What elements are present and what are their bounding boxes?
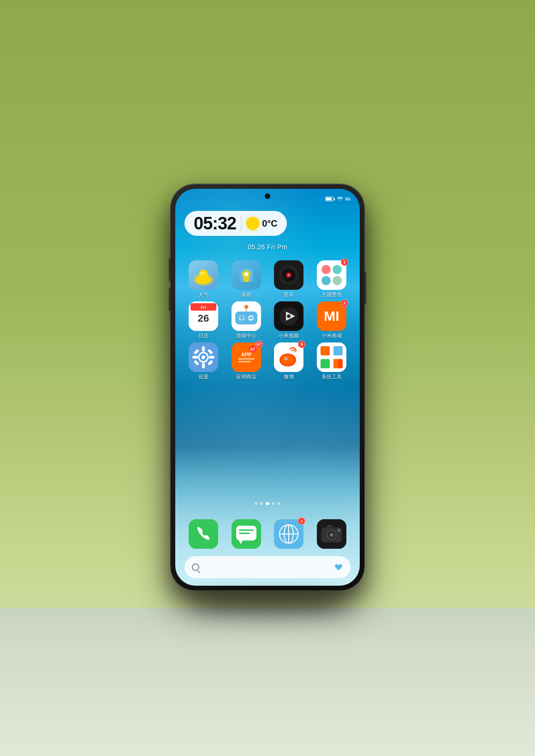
svg-point-2 bbox=[197, 277, 206, 282]
svg-rect-25 bbox=[239, 317, 244, 318]
weather-app-label: 天气 bbox=[198, 292, 208, 298]
weather-sun-icon bbox=[246, 217, 259, 230]
dock-item-browser[interactable]: 1 bbox=[273, 519, 305, 549]
mi-store-app-label: 小米商城 bbox=[321, 333, 342, 339]
dock-item-phone[interactable] bbox=[187, 519, 220, 549]
svg-rect-40 bbox=[202, 363, 205, 368]
phone-body: 2G 05:32 0°C 05.26 Fri Pm bbox=[171, 184, 364, 590]
app-item-settings[interactable]: 设置 bbox=[185, 342, 222, 380]
calendar-app-icon: Fri 26 bbox=[189, 301, 218, 331]
tools-app-label: 系统工具 bbox=[321, 374, 342, 380]
power-button[interactable] bbox=[364, 272, 366, 304]
game-center-app-label: 游戏中心 bbox=[236, 333, 256, 339]
clock-weather: 0°C bbox=[246, 217, 278, 230]
app-item-weibo[interactable]: 9 微博 bbox=[270, 342, 307, 380]
weibo-badge: 9 bbox=[298, 341, 305, 348]
phone-screen: 2G 05:32 0°C 05.26 Fri Pm bbox=[175, 189, 360, 586]
phone-dock-icon bbox=[189, 519, 218, 549]
app-item-maps[interactable]: 坂前 bbox=[228, 260, 265, 298]
svg-text:APP: APP bbox=[241, 352, 251, 357]
app-item-app-store[interactable]: APP 67 67 应用商店 bbox=[228, 342, 265, 380]
svg-rect-39 bbox=[202, 346, 205, 352]
messages-dock-icon bbox=[232, 519, 261, 549]
calendar-app-label: 日历 bbox=[198, 333, 208, 339]
svg-text:+: + bbox=[245, 306, 247, 309]
camera-dock-icon bbox=[317, 519, 346, 549]
svg-rect-67 bbox=[239, 529, 254, 531]
svg-rect-49 bbox=[238, 358, 255, 360]
wifi-icon bbox=[337, 196, 343, 202]
tools-app-icon bbox=[317, 342, 346, 372]
dock: 1 bbox=[182, 519, 353, 549]
svg-rect-26 bbox=[249, 317, 253, 319]
app-item-video[interactable]: 小米视频 bbox=[270, 301, 307, 339]
svg-rect-60 bbox=[333, 346, 343, 355]
phone-shadow bbox=[190, 595, 345, 613]
weibo-app-label: 微博 bbox=[284, 374, 294, 380]
svg-point-15 bbox=[333, 276, 342, 285]
svg-text:67: 67 bbox=[250, 347, 255, 352]
svg-point-57 bbox=[285, 358, 287, 360]
app-item-mi-store[interactable]: MI 2 小米商城 bbox=[313, 301, 350, 339]
heart-icon bbox=[334, 563, 343, 572]
svg-point-82 bbox=[338, 529, 340, 532]
themes-badge: 1 bbox=[341, 258, 348, 266]
app-item-music[interactable]: 音乐 bbox=[270, 260, 307, 298]
svg-point-14 bbox=[321, 276, 331, 285]
page-dot-4 bbox=[272, 502, 275, 505]
svg-point-80 bbox=[331, 534, 333, 536]
app-store-app-label: 应用商店 bbox=[236, 374, 256, 380]
search-bar[interactable] bbox=[184, 556, 351, 578]
weather-app-icon: 0° bbox=[189, 260, 218, 290]
svg-rect-61 bbox=[321, 359, 330, 368]
status-bar: 2G bbox=[175, 189, 360, 205]
game-center-app-icon: + bbox=[232, 301, 261, 331]
dock-item-camera[interactable] bbox=[315, 519, 348, 549]
page-dot-3 bbox=[266, 502, 269, 505]
app-item-calendar[interactable]: Fri 26 日历 bbox=[185, 301, 222, 339]
app-item-game-center[interactable]: + 游戏中心 bbox=[228, 301, 265, 339]
svg-rect-59 bbox=[321, 346, 330, 355]
browser-badge: 1 bbox=[298, 517, 305, 525]
app-grid: 0° 天气 bbox=[182, 260, 353, 384]
svg-rect-64 bbox=[189, 519, 218, 549]
svg-point-12 bbox=[321, 265, 331, 274]
svg-rect-42 bbox=[209, 356, 214, 359]
svg-rect-81 bbox=[327, 525, 333, 528]
video-app-icon bbox=[274, 301, 303, 331]
svg-point-10 bbox=[287, 274, 290, 276]
svg-rect-21 bbox=[235, 312, 257, 324]
svg-point-38 bbox=[202, 355, 205, 359]
page-dot-1 bbox=[255, 502, 257, 505]
dock-item-messages[interactable] bbox=[230, 519, 262, 549]
svg-rect-50 bbox=[238, 361, 251, 362]
svg-point-55 bbox=[281, 355, 294, 365]
video-app-label: 小米视频 bbox=[279, 333, 299, 339]
battery-icon bbox=[325, 197, 335, 201]
svg-point-0 bbox=[199, 270, 208, 279]
svg-text:Fri: Fri bbox=[201, 305, 206, 310]
date-label: 05.26 Fri Pm bbox=[175, 243, 360, 251]
svg-text:0°: 0° bbox=[201, 272, 205, 277]
volume-up-button[interactable] bbox=[169, 258, 171, 281]
settings-app-icon bbox=[189, 342, 218, 372]
phone-container: 2G 05:32 0°C 05.26 Fri Pm bbox=[171, 184, 364, 600]
weather-temp: 0°C bbox=[262, 218, 278, 229]
app-row-2: Fri 26 日历 bbox=[182, 301, 353, 339]
volume-down-button[interactable] bbox=[169, 288, 171, 311]
svg-text:MI: MI bbox=[324, 308, 339, 324]
clock-pill: 05:32 0°C bbox=[184, 211, 287, 236]
app-item-weather[interactable]: 0° 天气 bbox=[185, 260, 222, 298]
svg-point-3 bbox=[202, 278, 209, 283]
app-item-themes[interactable]: 1 主题壁纸 bbox=[313, 260, 350, 298]
music-app-label: 音乐 bbox=[284, 292, 294, 298]
svg-rect-68 bbox=[239, 533, 250, 534]
status-icons: 2G bbox=[325, 196, 351, 202]
clock-time: 05:32 bbox=[194, 215, 236, 232]
page-dots bbox=[175, 502, 360, 505]
signal-icon: 2G bbox=[345, 197, 351, 201]
app-row-3: 设置 APP 67 bbox=[182, 342, 353, 380]
app-item-tools[interactable]: 系统工具 bbox=[313, 342, 350, 380]
settings-app-label: 设置 bbox=[198, 374, 208, 380]
camera-notch bbox=[265, 193, 270, 199]
